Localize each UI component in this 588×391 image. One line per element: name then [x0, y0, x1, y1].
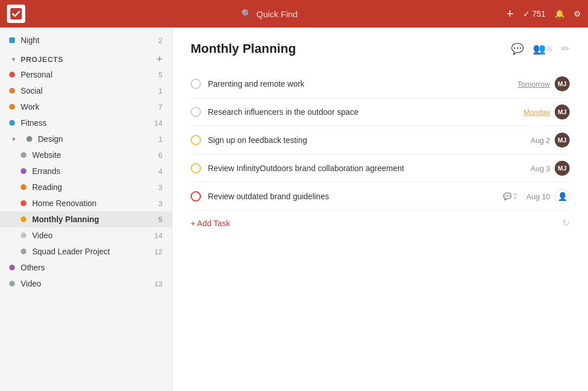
search-label: Quick Find [257, 9, 298, 19]
task-list: Parenting and remote work Tomorrow MJ Re… [191, 70, 570, 235]
video2-dot [9, 281, 15, 287]
night-dot [9, 37, 15, 43]
task-date: Aug 3 [531, 164, 550, 173]
task-checkbox[interactable] [191, 191, 201, 202]
sidebar-item-home-renovation-label: Home Renovation [32, 199, 153, 208]
sidebar-item-video2[interactable]: Video 13 [0, 276, 172, 292]
sidebar-item-night[interactable]: Night 2 [0, 32, 172, 48]
projects-header: ▼ Projects + [0, 48, 172, 67]
task-row: Parenting and remote work Tomorrow MJ [191, 70, 570, 98]
sidebar-item-personal-count: 5 [158, 71, 163, 79]
collapse-icon[interactable]: ▼ [9, 55, 18, 64]
group-icon: 👥 [533, 42, 546, 55]
task-meta: Monday MJ [524, 104, 570, 119]
task-row: Review outdated brand guidelines 💬 2 Aug… [191, 183, 570, 211]
avatar: MJ [555, 104, 570, 119]
task-checkbox[interactable] [191, 163, 201, 173]
sidebar-item-personal-label: Personal [21, 70, 153, 79]
comment-count: 2 [513, 192, 517, 200]
page-title: Monthly Planning [191, 41, 511, 56]
sidebar-item-reading-label: Reading [32, 183, 153, 192]
sidebar-item-video2-count: 13 [154, 280, 163, 288]
squad-leader-dot [21, 249, 26, 254]
sidebar-item-design-label: Design [38, 134, 153, 144]
sidebar-item-monthly-planning[interactable]: Monthly Planning 5 [0, 211, 172, 227]
task-name: Research influencers in the outdoor spac… [208, 107, 517, 117]
sidebar-item-social[interactable]: Social 1 [0, 83, 172, 99]
comments-button[interactable]: 💬 [511, 42, 524, 55]
karma-button[interactable]: ✓ 751 [523, 9, 546, 18]
sidebar-item-errands-label: Errands [32, 167, 153, 176]
add-task-button[interactable]: + [506, 6, 514, 21]
task-row: Review InfinityOutdoors brand collaborat… [191, 154, 570, 183]
main-area: Night 2 ▼ Projects + Personal 5 Social 1… [0, 28, 588, 391]
design-collapse-icon[interactable]: ▼ [9, 134, 18, 144]
avatar: MJ [555, 161, 570, 176]
projects-header-label: Projects [21, 55, 156, 64]
sidebar-item-video1[interactable]: Video 14 [0, 227, 172, 243]
add-project-button[interactable]: + [156, 54, 163, 64]
work-dot [9, 104, 15, 110]
task-row: Research influencers in the outdoor spac… [191, 98, 570, 126]
task-date: Aug 2 [531, 136, 550, 145]
sidebar-item-fitness-label: Fitness [21, 118, 149, 127]
sidebar-item-work-count: 7 [158, 103, 163, 111]
avatar: MJ [555, 76, 570, 91]
sidebar-item-monthly-planning-count: 5 [158, 215, 163, 224]
task-checkbox[interactable] [191, 107, 201, 117]
content-area: Monthly Planning 💬 👥 6 ✏ Parenting and r… [172, 28, 588, 391]
sidebar-item-fitness[interactable]: Fitness 14 [0, 115, 172, 131]
comment-icon: 💬 [511, 42, 524, 55]
check-circle-icon: ✓ [523, 9, 530, 18]
social-dot [9, 88, 15, 94]
sidebar-item-errands[interactable]: Errands 4 [0, 163, 172, 179]
avatar-placeholder: 👤 [555, 189, 570, 204]
content-header: Monthly Planning 💬 👥 6 ✏ [191, 41, 570, 56]
bell-icon: 🔔 [555, 9, 564, 18]
sidebar-item-home-renovation[interactable]: Home Renovation 3 [0, 195, 172, 211]
task-meta: Tomorrow MJ [517, 76, 570, 91]
sidebar-item-home-renovation-count: 3 [158, 199, 163, 208]
app-logo[interactable] [7, 5, 25, 23]
task-date: Tomorrow [517, 80, 550, 88]
sidebar-item-social-count: 1 [158, 87, 163, 95]
design-dot [26, 136, 32, 142]
sidebar-item-fitness-count: 14 [154, 119, 163, 127]
task-checkbox[interactable] [191, 135, 201, 145]
person-icon: 👤 [558, 192, 567, 201]
sidebar-item-others-label: Others [21, 263, 157, 272]
sidebar-item-website-count: 6 [158, 151, 163, 160]
sidebar-item-squad-leader[interactable]: Squad Leader Project 12 [0, 243, 172, 260]
plus-icon: + [506, 6, 514, 21]
sidebar-item-reading[interactable]: Reading 3 [0, 179, 172, 195]
members-button[interactable]: 👥 6 [533, 42, 552, 55]
content-actions: 💬 👥 6 ✏ [511, 42, 570, 55]
sidebar-item-design[interactable]: ▼ Design 1 [0, 131, 172, 147]
home-renovation-dot [21, 200, 26, 206]
sidebar-item-work[interactable]: Work 7 [0, 99, 172, 115]
topbar-actions: + ✓ 751 🔔 ⚙ [506, 6, 581, 21]
website-dot [21, 152, 26, 158]
sidebar-item-personal[interactable]: Personal 5 [0, 67, 172, 83]
sidebar-item-others[interactable]: Others [0, 260, 172, 276]
more-options-button[interactable]: ✏ [561, 42, 570, 55]
ellipsis-icon: ✏ [561, 42, 570, 55]
history-icon[interactable]: ↻ [562, 218, 570, 229]
sidebar-item-squad-leader-count: 12 [154, 247, 163, 256]
sidebar-item-night-count: 2 [158, 36, 163, 45]
sidebar-item-website-label: Website [32, 150, 153, 160]
monthly-planning-dot [21, 216, 26, 222]
add-task-row[interactable]: + Add Task ↻ [191, 211, 570, 235]
task-name: Review InfinityOutdoors brand collaborat… [208, 164, 524, 173]
reading-dot [21, 184, 26, 190]
notifications-button[interactable]: 🔔 [555, 9, 564, 18]
sidebar-item-squad-leader-label: Squad Leader Project [32, 247, 149, 256]
task-meta: Aug 2 MJ [531, 133, 570, 148]
task-checkbox[interactable] [191, 79, 201, 89]
task-name: Review outdated brand guidelines [208, 192, 496, 201]
quick-find[interactable]: 🔍 Quick Find [241, 9, 298, 19]
personal-dot [9, 72, 15, 78]
settings-button[interactable]: ⚙ [574, 9, 581, 18]
sidebar-item-website[interactable]: Website 6 [0, 147, 172, 163]
search-icon: 🔍 [241, 9, 252, 19]
